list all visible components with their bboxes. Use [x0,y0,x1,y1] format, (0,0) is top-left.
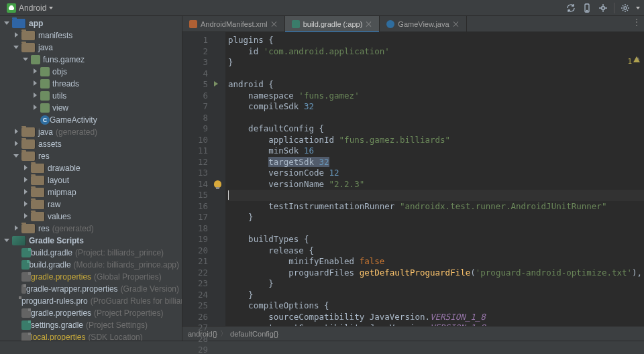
close-icon[interactable] [271,21,278,27]
tree-node[interactable]: assets [0,138,182,150]
tree-label: java [38,127,53,137]
tree-node[interactable]: gradle.properties(Global Properties) [0,271,182,283]
gradle-file-icon [21,320,31,330]
settings-icon[interactable] [620,3,631,13]
disclosure-open-icon[interactable] [23,56,30,63]
disclosure-closed-icon[interactable] [32,68,39,75]
xml-icon [189,20,197,28]
tree-node[interactable]: build.gradle(Module: billiards_prince.ap… [0,259,182,271]
caret-down-icon [49,7,53,9]
android-icon [7,3,16,13]
code-text[interactable]: plugins { id 'com.android.application'}a… [225,32,644,326]
package-icon [40,103,50,113]
sdk-icon[interactable] [598,3,608,13]
tree-label: manifests [38,31,72,40]
sync-icon[interactable] [566,3,576,13]
tree-node[interactable]: view [0,102,182,114]
spacer [13,249,20,256]
tree-node[interactable]: local.properties(SDK Location) [0,331,182,341]
tree-node[interactable]: manifests [0,30,182,42]
crumb[interactable]: defaultConfig{} [230,330,278,338]
tree-note: (SDK Location) [88,333,142,341]
tree-node[interactable]: app [0,17,182,30]
inspections-widget-caret[interactable]: ⌃ [636,55,640,66]
run-config-label: Android [19,3,46,13]
editor-tab[interactable]: AndroidManifest.xml [182,16,285,32]
tree-node[interactable]: layout [0,174,182,186]
disclosure-closed-icon[interactable] [13,32,20,39]
disclosure-closed-icon[interactable] [32,80,39,87]
disclosure-open-icon[interactable] [4,237,11,244]
tree-label: values [48,212,71,221]
tree-label: objs [52,67,67,76]
disclosure-closed-icon[interactable] [13,129,20,135]
code-area[interactable]: 1234567891011121314151617181920212223242… [182,32,644,326]
disclosure-closed-icon[interactable] [13,141,20,148]
tree-node[interactable]: utils [0,90,182,102]
disclosure-closed-icon[interactable] [13,225,20,232]
spacer [32,117,39,123]
gradle-icon [12,236,26,245]
intention-bulb-icon[interactable] [214,180,222,188]
folder-icon [21,152,36,161]
disclosure-closed-icon[interactable] [23,177,30,184]
avd-icon[interactable] [582,3,592,13]
tree-node[interactable]: drawable [0,162,182,174]
tree-node[interactable]: objs [0,66,182,78]
close-icon[interactable] [366,21,372,27]
tree-node[interactable]: res [0,150,182,162]
tree-node[interactable]: gradle-wrapper.properties(Gradle Version… [0,283,182,295]
folder-icon [21,127,36,137]
disclosure-closed-icon[interactable] [32,105,39,111]
tree-node[interactable]: raw [0,198,182,211]
tree-node[interactable]: res(generated) [0,223,182,235]
disclosure-closed-icon[interactable] [23,189,30,196]
status-bar [0,341,644,354]
tree-node[interactable]: gradle.properties(Project Properties) [0,307,182,319]
folder-icon [31,188,45,197]
close-icon[interactable] [453,21,460,27]
editor: AndroidManifest.xmlbuild.gradle (:app)Ga… [182,16,644,341]
tree-node[interactable]: mipmap [0,186,182,198]
tree-node[interactable]: values [0,211,182,223]
disclosure-closed-icon[interactable] [23,201,30,208]
tree-node[interactable]: java(generated) [0,126,182,138]
tree-node[interactable]: settings.gradle(Project Settings) [0,319,182,331]
tree-label: assets [38,139,62,149]
tree-label: proguard-rules.pro [21,296,88,306]
folder-icon [21,31,36,40]
tree-label: view [52,103,68,113]
editor-tab[interactable]: build.gradle (:app) [285,16,380,32]
tree-node[interactable]: CGameActivity [0,114,182,126]
disclosure-closed-icon[interactable] [32,93,39,99]
module-icon [12,19,26,28]
project-tree[interactable]: appmanifestsjavafuns.gamezobjsthreadsuti… [0,16,182,341]
tree-label: mipmap [48,188,76,197]
tree-label: layout [48,176,69,185]
separator [614,3,614,13]
tree-label: build.gradle [30,260,71,270]
disclosure-closed-icon[interactable] [23,213,30,220]
editor-more-icon[interactable]: ⋮ [633,17,641,27]
tree-node[interactable]: build.gradle(Project: billiards_prince) [0,247,182,259]
package-icon [40,91,50,101]
disclosure-open-icon[interactable] [13,153,20,160]
tree-label: utils [52,91,66,101]
disclosure-open-icon[interactable] [4,20,11,27]
editor-tab[interactable]: GameView.java [380,16,466,32]
tree-node[interactable]: threads [0,78,182,90]
tree-node[interactable]: proguard-rules.pro(ProGuard Rules for bi… [0,295,182,307]
tree-node[interactable]: Gradle Scripts [0,235,182,247]
tree-node[interactable]: funs.gamez [0,54,182,66]
tab-label: GameView.java [398,20,449,28]
crumb-sep: 〉 [220,329,227,339]
warning-count[interactable]: 1 [627,56,632,68]
tree-node[interactable]: java [0,42,182,54]
disclosure-open-icon[interactable] [13,44,20,51]
run-config-dropdown[interactable]: Android [4,1,56,15]
tab-label: AndroidManifest.xml [201,20,268,28]
tab-label: build.gradle (:app) [303,20,363,28]
tree-label: raw [48,200,60,209]
disclosure-closed-icon[interactable] [23,165,30,172]
run-gutter-icon[interactable] [214,81,222,89]
